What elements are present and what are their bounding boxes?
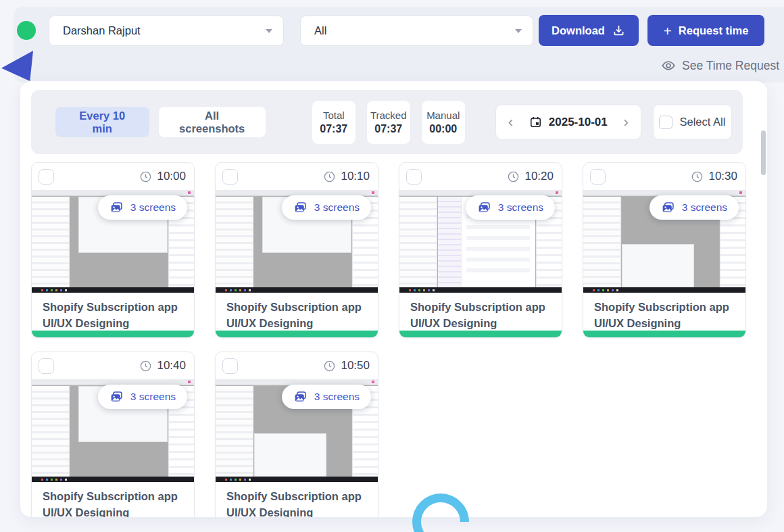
screens-count-label: 3 screens [498, 201, 543, 214]
card-header: 10:00 [32, 163, 194, 190]
screenshot-card: 10:40 3 screens Shopify Subscri [31, 352, 195, 517]
card-time-value: 10:50 [341, 359, 370, 372]
next-day-button[interactable]: › [622, 115, 629, 130]
prev-day-button[interactable]: ‹ [507, 115, 514, 130]
thumb-window [622, 244, 694, 287]
tab-all-screenshots[interactable]: All screenshots [159, 107, 266, 137]
card-time: 10:50 [323, 359, 370, 372]
select-all-control: Select All [653, 104, 732, 140]
date-value: 2025-10-01 [549, 116, 608, 129]
card-status-bar [399, 331, 562, 337]
thumb-left-panel [399, 197, 437, 287]
chevron-down-icon [266, 29, 272, 33]
card-checkbox[interactable] [406, 169, 422, 185]
clock-icon [507, 170, 520, 183]
card-checkbox[interactable] [39, 169, 54, 185]
thumb-taskbar [399, 287, 562, 293]
see-time-request-link[interactable]: See Time Request [661, 58, 779, 73]
card-time-value: 10:10 [341, 170, 370, 183]
screen-filter-select[interactable]: All [300, 16, 533, 46]
screenshot-card: 10:30 3 screens Shopify Subscri [583, 162, 746, 338]
image-stack-icon [109, 390, 124, 404]
stat-total: Total 07:37 [312, 100, 356, 145]
thumb-taskbar [216, 477, 378, 482]
image-stack-icon [477, 201, 491, 215]
card-header: 10:10 [216, 163, 378, 190]
screens-count-label: 3 screens [314, 201, 360, 214]
screenshots-grid: 10:00 3 screens Shopify Subscri [31, 162, 756, 517]
page: { "header": { "user_select": { "value": … [0, 0, 784, 532]
eye-icon [661, 58, 676, 73]
card-header: 10:20 [399, 163, 562, 190]
screens-count-label: 3 screens [682, 201, 727, 214]
card-checkbox[interactable] [39, 358, 54, 374]
clock-icon [139, 360, 152, 372]
request-time-button[interactable]: + Request time [647, 15, 764, 46]
stat-tracked: Tracked 07:37 [366, 100, 411, 145]
card-title: Shopify Subscription app UI/UX Designing [216, 482, 378, 517]
download-button-label: Download [552, 24, 605, 37]
card-time: 10:20 [507, 170, 554, 183]
plus-icon: + [664, 24, 672, 38]
select-all-label: Select All [679, 116, 725, 128]
request-time-label: Request time [679, 24, 749, 37]
screens-count-badge[interactable]: 3 screens [98, 195, 187, 220]
date-navigator: ‹ 2025-10-01 › [495, 104, 641, 140]
thumb-taskbar [583, 287, 745, 293]
card-title: Shopify Subscription app UI/UX Designing [216, 293, 378, 332]
card-time: 10:10 [323, 170, 370, 183]
card-checkbox[interactable] [590, 169, 606, 185]
time-stats: Total 07:37 Tracked 07:37 Manual 00:00 [312, 100, 466, 145]
card-title: Shopify Subscription app UI/UX Designing [32, 293, 194, 332]
card-title: Shopify Subscription app UI/UX Designing [399, 293, 562, 332]
stat-tracked-label: Tracked [370, 110, 407, 121]
thumb-left-panel [583, 197, 621, 287]
thumb-left-panel [32, 197, 70, 287]
screens-count-badge[interactable]: 3 screens [282, 195, 371, 220]
card-header: 10:50 [216, 352, 378, 379]
clock-icon [323, 170, 336, 183]
select-all-checkbox[interactable] [659, 116, 672, 129]
date-picker[interactable]: 2025-10-01 [529, 116, 608, 129]
clock-icon [691, 170, 704, 183]
screens-count-badge[interactable]: 3 screens [282, 385, 371, 409]
card-checkbox[interactable] [222, 169, 238, 185]
card-status-bar [583, 331, 745, 337]
tab-every-10-min[interactable]: Every 10 min [55, 107, 149, 137]
header-bar: Darshan Rajput All Download + Request ti… [14, 7, 784, 82]
filter-bar: Every 10 min All screenshots Total 07:37… [31, 90, 743, 154]
card-header: 10:40 [32, 352, 194, 379]
card-status-bar [216, 331, 378, 337]
thumb-taskbar [32, 477, 194, 482]
card-title: Shopify Subscription app UI/UX Designing [583, 293, 745, 332]
clock-icon [323, 360, 336, 372]
stat-manual-value: 00:00 [429, 123, 457, 135]
card-time-value: 10:40 [157, 359, 186, 372]
employee-select[interactable]: Darshan Rajput [49, 16, 284, 46]
image-stack-icon [293, 201, 308, 215]
card-status-bar [32, 331, 194, 337]
image-stack-icon [293, 390, 308, 404]
screens-count-badge[interactable]: 3 screens [98, 385, 187, 409]
online-status-dot [17, 21, 36, 40]
calendar-icon [529, 116, 542, 128]
screens-count-badge[interactable]: 3 screens [650, 195, 739, 220]
chevron-down-icon [515, 29, 522, 33]
screenshot-card: 10:00 3 screens Shopify Subscri [31, 162, 195, 338]
card-time-value: 10:30 [708, 170, 737, 183]
card-time-value: 10:20 [524, 170, 554, 183]
download-button[interactable]: Download [539, 15, 639, 46]
stat-manual-label: Manual [426, 110, 460, 121]
screens-count-badge[interactable]: 3 screens [466, 195, 555, 220]
vertical-scrollbar[interactable] [761, 130, 766, 175]
screens-count-label: 3 screens [314, 391, 360, 403]
stat-total-label: Total [323, 110, 345, 121]
screenshot-card: 10:20 3 screens Shopify Subscri [399, 162, 562, 338]
employee-select-value: Darshan Rajput [63, 24, 141, 37]
thumb-taskbar [216, 287, 378, 293]
thumb-window [254, 433, 326, 477]
card-checkbox[interactable] [222, 358, 238, 374]
thumb-taskbar [32, 287, 194, 293]
stat-total-value: 07:37 [320, 123, 347, 135]
download-icon [612, 24, 626, 38]
